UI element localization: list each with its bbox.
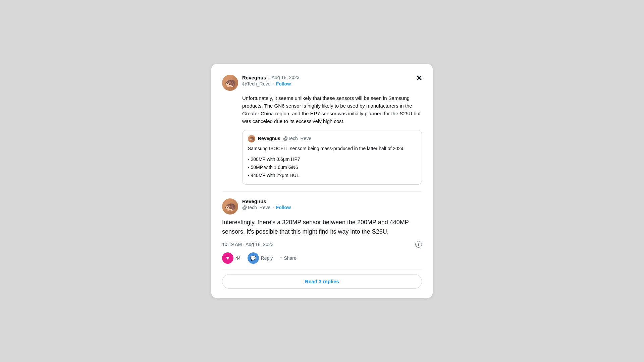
first-tweet-avatar: 🦔 <box>222 75 238 91</box>
list-item-3: - 440MP with ??μm HU1 <box>248 172 416 180</box>
quoted-tweet: 🦔 Revegnus @Tech_Reve Samsung ISOCELL se… <box>242 130 422 185</box>
tweet-timestamp: 10:19 AM · Aug 18, 2023 <box>222 242 273 247</box>
quoted-handle: @Tech_Reve <box>283 135 311 142</box>
share-label: Share <box>284 255 296 261</box>
like-count: 44 <box>235 255 241 261</box>
second-tweet-header: 🦔 Revegnus @Tech_Reve · Follow <box>222 198 422 215</box>
first-tweet-header: 🦔 Revegnus · Aug 18, 2023 @Tech_Reve · F… <box>222 75 422 91</box>
second-tweet-body: Interestingly, there's a 320MP sensor be… <box>222 218 422 237</box>
list-item-2: - 50MP with 1.6μm GN6 <box>248 164 416 172</box>
first-tweet-author-info: Revegnus · Aug 18, 2023 @Tech_Reve · Fol… <box>242 75 422 87</box>
tweet-divider <box>222 191 422 192</box>
heart-icon: ♥ <box>222 252 233 264</box>
second-author-handle-row: @Tech_Reve · Follow <box>242 204 422 210</box>
tweet-card: 🦔 Revegnus · Aug 18, 2023 @Tech_Reve · F… <box>211 64 433 298</box>
first-tweet-text: Unfortunately, it seems unlikely that th… <box>242 94 422 125</box>
quoted-avatar: 🦔 <box>248 135 255 142</box>
author-handle-row: @Tech_Reve · Follow <box>242 81 422 87</box>
reply-label: Reply <box>261 255 273 261</box>
first-author-name: Revegnus <box>242 75 266 80</box>
share-arrow-icon: ↑ <box>279 255 282 261</box>
second-author-name: Revegnus <box>242 198 266 204</box>
dot-separator: · <box>268 75 270 80</box>
second-tweet-avatar: 🦔 <box>222 198 238 215</box>
author-name-row: Revegnus · Aug 18, 2023 <box>242 75 422 80</box>
second-tweet: 🦔 Revegnus @Tech_Reve · Follow Interesti… <box>222 198 422 289</box>
second-follow-button[interactable]: Follow <box>276 205 291 210</box>
quoted-author-name: Revegnus <box>258 135 280 142</box>
first-tweet-handle: @Tech_Reve <box>242 81 270 86</box>
tweet-timestamp-row: 10:19 AM · Aug 18, 2023 i <box>222 241 422 248</box>
second-tweet-handle: @Tech_Reve <box>242 205 270 210</box>
share-button[interactable]: ↑ Share <box>279 255 296 261</box>
info-icon[interactable]: i <box>415 241 422 248</box>
quoted-body: Samsung ISOCELL sensors being mass-produ… <box>248 145 416 180</box>
first-tweet-body: Unfortunately, it seems unlikely that th… <box>242 94 422 185</box>
list-item-1: - 200MP with 0.6μm HP7 <box>248 156 416 164</box>
quoted-list: - 200MP with 0.6μm HP7 - 50MP with 1.6μm… <box>248 156 416 179</box>
second-author-name-row: Revegnus <box>242 198 422 204</box>
quoted-body-text: Samsung ISOCELL sensors being mass-produ… <box>248 145 416 153</box>
reply-icon: 💬 <box>248 252 259 264</box>
first-tweet-date: Aug 18, 2023 <box>272 75 300 80</box>
first-follow-button[interactable]: Follow <box>276 81 291 86</box>
actions-row: ♥ 44 💬 Reply ↑ Share <box>222 252 422 269</box>
x-logo-icon: ✕ <box>416 75 422 82</box>
read-replies-button[interactable]: Read 3 replies <box>222 274 422 289</box>
second-avatar-image: 🦔 <box>222 198 238 215</box>
avatar-image: 🦔 <box>222 75 238 91</box>
quoted-tweet-header: 🦔 Revegnus @Tech_Reve <box>248 135 416 142</box>
like-button[interactable]: ♥ 44 <box>222 252 241 264</box>
reply-button[interactable]: 💬 Reply <box>248 252 273 264</box>
second-tweet-author-info: Revegnus @Tech_Reve · Follow <box>242 198 422 210</box>
